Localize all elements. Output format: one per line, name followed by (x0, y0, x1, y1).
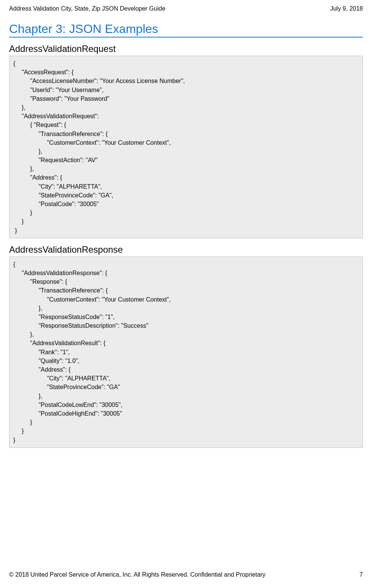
page-header: Address Validation City, State, Zip JSON… (9, 5, 363, 12)
chapter-title: Chapter 3: JSON Examples (9, 22, 363, 38)
footer-page-number: 7 (359, 571, 363, 578)
page-footer: © 2018 United Parcel Service of America,… (9, 571, 363, 578)
code-block-request: { "AccessRequest": { "AccessLicenseNumbe… (9, 56, 363, 238)
section-title-request: AddressValidationRequest (9, 44, 363, 54)
page-container: Address Validation City, State, Zip JSON… (0, 0, 372, 588)
code-block-response: { "AddressValidationResponse": { "Respon… (9, 256, 363, 448)
footer-left: © 2018 United Parcel Service of America,… (9, 571, 265, 578)
header-right: July 9, 2018 (330, 5, 363, 12)
section-title-response: AddressValidationResponse (9, 244, 363, 255)
header-left: Address Validation City, State, Zip JSON… (9, 5, 165, 12)
